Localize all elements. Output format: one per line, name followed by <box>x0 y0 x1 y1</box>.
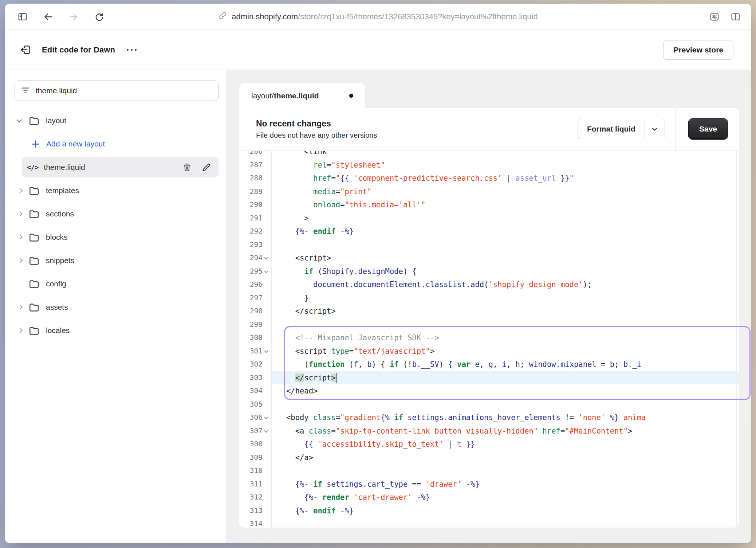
tab-label: layout/theme.liquid <box>251 91 319 100</box>
back-icon[interactable] <box>43 12 53 22</box>
code-line-290[interactable]: 290 onload="this.media='all'" <box>239 198 739 212</box>
save-button[interactable]: Save <box>689 119 728 139</box>
line-number: 294 <box>239 251 263 265</box>
chevron-right-icon[interactable] <box>17 189 28 192</box>
folder-label: blocks <box>46 233 68 242</box>
link-icon <box>218 11 227 22</box>
code-text: document.documentElement.classList.add('… <box>272 278 739 291</box>
code-line-312[interactable]: 312 {%- render 'cart-drawer' -%} <box>239 491 739 504</box>
code-text: {%- endif -%} <box>272 504 739 518</box>
folder-label: layout <box>46 116 66 125</box>
fold-toggle-icon[interactable] <box>263 424 272 438</box>
sidebar-item-add-a-new-layout[interactable]: Add a new layout <box>5 132 226 156</box>
code-line-297[interactable]: 297 } <box>239 291 739 305</box>
fold-gutter <box>263 318 272 332</box>
code-line-288[interactable]: 288 href="{{ 'component-predictive-searc… <box>239 172 739 185</box>
delete-icon[interactable] <box>182 163 192 172</box>
edit-icon[interactable] <box>201 163 211 172</box>
code-line-298[interactable]: 298 </script> <box>239 305 739 318</box>
chevron-down-icon[interactable] <box>645 119 665 139</box>
code-lines: 286 <link287 rel="stylesheet"288 href="{… <box>239 151 739 528</box>
sidebar-item-sections[interactable]: sections <box>5 202 226 226</box>
fold-toggle-icon[interactable] <box>263 345 272 358</box>
chevron-right-icon[interactable] <box>17 212 28 216</box>
sidebar-item-layout[interactable]: layout <box>5 109 226 132</box>
code-line-306[interactable]: 306<body class="gradient{% if settings.a… <box>239 411 739 424</box>
chevron-right-icon[interactable] <box>17 305 28 309</box>
sidebar-item-theme-liquid[interactable]: </>theme.liquid <box>5 156 226 179</box>
code-line-291[interactable]: 291 > <box>239 212 739 225</box>
code-line-304[interactable]: 304</head> <box>239 384 739 398</box>
line-number: 295 <box>239 265 263 278</box>
url-domain: admin.shopify.com <box>232 12 298 21</box>
chevron-right-icon[interactable] <box>17 329 28 332</box>
exit-editor-icon[interactable] <box>20 44 32 56</box>
forward-icon[interactable] <box>68 12 79 22</box>
chevron-right-icon[interactable] <box>17 259 28 262</box>
fold-gutter <box>263 225 272 238</box>
chevron-down-icon[interactable] <box>17 120 28 122</box>
code-text: rel="stylesheet" <box>272 158 739 172</box>
search-input[interactable] <box>36 86 212 95</box>
fold-toggle-icon[interactable] <box>263 251 272 265</box>
sidebar-item-snippets[interactable]: snippets <box>5 249 226 272</box>
url-path: /store/rzq1xu-f5/themes/132683530345?key… <box>298 12 538 21</box>
folder-label: sections <box>46 210 74 218</box>
page-settings-icon[interactable] <box>709 12 720 22</box>
line-number: 309 <box>239 451 263 465</box>
tab-theme-liquid[interactable]: layout/theme.liquid <box>239 83 365 108</box>
code-line-294[interactable]: 294 <script> <box>239 251 739 265</box>
text-cursor <box>336 373 337 383</box>
format-liquid-button[interactable]: Format liquid <box>578 119 665 139</box>
more-actions-icon[interactable] <box>127 49 137 51</box>
app-header: Edit code for Dawn Preview store <box>5 30 751 70</box>
code-line-300[interactable]: 300 <!-- Mixpanel Javascript SDK --> <box>239 331 739 345</box>
code-line-292[interactable]: 292 {%- endif -%} <box>239 225 739 238</box>
fold-gutter <box>263 185 272 199</box>
version-status: No recent changes File does not have any… <box>256 119 377 140</box>
code-line-309[interactable]: 309 </a> <box>239 451 739 465</box>
folder-label: templates <box>46 186 79 195</box>
line-number: 313 <box>239 504 263 518</box>
code-line-307[interactable]: 307 <a class="skip-to-content-link butto… <box>239 424 739 438</box>
code-line-295[interactable]: 295 if (Shopify.designMode) { <box>239 265 739 278</box>
code-line-302[interactable]: 302 (function (f, b) { if (!b.__SV) { va… <box>239 358 739 371</box>
reload-icon[interactable] <box>94 12 104 22</box>
code-line-313[interactable]: 313 {%- endif -%} <box>239 504 739 518</box>
line-number: 310 <box>239 464 263 478</box>
code-line-301[interactable]: 301 <script type="text/javascript"> <box>239 345 739 358</box>
code-line-311[interactable]: 311 {%- if settings.cart_type == 'drawer… <box>239 478 739 491</box>
sidebar-item-blocks[interactable]: blocks <box>5 226 226 249</box>
fold-toggle-icon[interactable] <box>263 411 272 424</box>
sidebar-item-assets[interactable]: assets <box>5 295 226 319</box>
code-line-293[interactable]: 293 <box>239 238 739 252</box>
code-line-299[interactable]: 299 <box>239 318 739 332</box>
folder-icon <box>28 115 40 126</box>
code-line-314[interactable]: 314 <box>239 517 739 528</box>
file-search[interactable] <box>15 81 218 101</box>
preview-store-button[interactable]: Preview store <box>663 40 733 60</box>
sidebar-item-templates[interactable]: templates <box>5 179 226 202</box>
code-line-303[interactable]: 303 </script> <box>239 371 739 385</box>
code-line-286[interactable]: 286 <link <box>239 151 739 158</box>
code-line-296[interactable]: 296 document.documentElement.classList.a… <box>239 278 739 291</box>
split-view-icon[interactable] <box>731 12 741 22</box>
code-line-287[interactable]: 287 rel="stylesheet" <box>239 158 739 172</box>
fold-gutter <box>263 451 272 465</box>
code-editor[interactable]: 286 <link287 rel="stylesheet"288 href="{… <box>239 151 739 528</box>
fold-gutter <box>263 384 272 398</box>
sidebar-toggle-icon[interactable] <box>17 12 28 22</box>
code-line-305[interactable]: 305 <box>239 398 739 411</box>
address-bar[interactable]: admin.shopify.com/store/rzq1xu-f5/themes… <box>218 4 538 30</box>
line-number: 305 <box>239 398 263 411</box>
fold-toggle-icon[interactable] <box>263 265 272 278</box>
folder-icon <box>28 232 40 243</box>
sidebar-item-config[interactable]: config <box>5 272 226 295</box>
code-line-308[interactable]: 308 {{ 'accessibility.skip_to_text' | t … <box>239 438 739 451</box>
sidebar-item-locales[interactable]: locales <box>5 319 226 342</box>
chevron-right-icon[interactable] <box>17 235 28 239</box>
fold-gutter <box>263 291 272 305</box>
code-line-289[interactable]: 289 media="print" <box>239 185 739 199</box>
fold-gutter <box>263 331 272 345</box>
code-line-310[interactable]: 310 <box>239 464 739 478</box>
